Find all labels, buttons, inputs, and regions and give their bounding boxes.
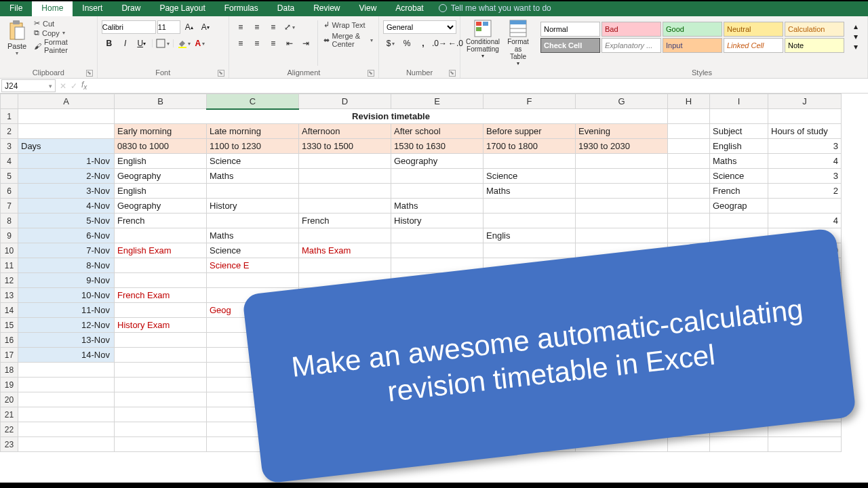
decrease-indent-button[interactable]: ⇤	[282, 37, 297, 50]
tab-formulas[interactable]: Formulas	[215, 0, 268, 16]
style-gallery[interactable]: NormalBadGoodNeutralCalculationCheck Cel…	[540, 22, 844, 53]
tab-view[interactable]: View	[350, 0, 387, 16]
col-header-C[interactable]: C	[207, 94, 299, 109]
name-box[interactable]: J24▾	[1, 79, 56, 92]
row-header-21[interactable]: 21	[1, 407, 18, 422]
row-header-7[interactable]: 7	[1, 199, 18, 214]
tell-me[interactable]: Tell me what you want to do	[439, 0, 551, 16]
row-header-10[interactable]: 10	[1, 243, 18, 258]
grow-font-button[interactable]: A▴	[182, 20, 197, 34]
fill-color-button[interactable]	[176, 37, 191, 50]
style-explanatory-[interactable]: Explanatory ...	[601, 38, 661, 53]
percent-button[interactable]: %	[399, 37, 414, 50]
tab-home[interactable]: Home	[32, 0, 73, 16]
align-center-button[interactable]: ≡	[250, 37, 264, 50]
tab-data[interactable]: Data	[268, 0, 304, 16]
tab-acrobat[interactable]: Acrobat	[386, 0, 433, 16]
cancel-formula-icon[interactable]: ✕	[60, 81, 66, 91]
shrink-font-button[interactable]: A▾	[198, 20, 213, 34]
format-painter-button[interactable]: 🖌Format Painter	[33, 38, 93, 54]
row-header-20[interactable]: 20	[1, 392, 18, 407]
style-linked-cell[interactable]: Linked Cell	[724, 38, 783, 53]
format-as-table-button[interactable]: Format as Table▾	[504, 18, 532, 68]
accounting-button[interactable]: $	[383, 37, 398, 50]
row-header-9[interactable]: 9	[1, 228, 18, 243]
comma-button[interactable]: ,	[416, 37, 431, 50]
wrap-text-button[interactable]: ↲Wrap Text	[322, 20, 374, 29]
increase-indent-button[interactable]: ⇥	[298, 37, 313, 50]
col-header-E[interactable]: E	[391, 94, 484, 109]
font-size-input[interactable]	[157, 20, 180, 34]
row-header-14[interactable]: 14	[1, 303, 18, 318]
align-top-button[interactable]: ≡	[233, 20, 248, 34]
paste-button[interactable]: Paste ▾	[4, 18, 30, 58]
col-header-F[interactable]: F	[484, 94, 576, 109]
row-header-19[interactable]: 19	[1, 378, 18, 392]
gallery-more-button[interactable]: ▾	[848, 42, 863, 52]
row-header-12[interactable]: 12	[1, 273, 18, 288]
style-calculation[interactable]: Calculation	[785, 22, 844, 37]
copy-button[interactable]: ⧉Copy▾	[33, 28, 93, 37]
row-header-17[interactable]: 17	[1, 348, 18, 363]
font-launcher[interactable]: ⬊	[218, 70, 224, 77]
row-header-8[interactable]: 8	[1, 214, 18, 228]
title-cell[interactable]: Revision timetable	[115, 109, 668, 124]
font-name-input[interactable]	[102, 20, 156, 34]
enter-formula-icon[interactable]: ✓	[71, 81, 77, 91]
font-color-button[interactable]: A	[193, 37, 208, 50]
formula-input[interactable]	[91, 79, 868, 93]
align-right-button[interactable]: ≡	[266, 37, 281, 50]
row-header-3[interactable]: 3	[1, 139, 18, 154]
col-header-B[interactable]: B	[115, 94, 207, 109]
row-header-18[interactable]: 18	[1, 363, 18, 378]
orientation-button[interactable]: ⤢	[282, 20, 297, 34]
bold-button[interactable]: B	[102, 37, 117, 50]
alignment-launcher[interactable]: ⬊	[368, 70, 374, 77]
style-note[interactable]: Note	[785, 38, 844, 53]
row-header-2[interactable]: 2	[1, 124, 18, 139]
row-header-6[interactable]: 6	[1, 184, 18, 199]
underline-button[interactable]: U▾	[134, 37, 149, 50]
row-header-5[interactable]: 5	[1, 169, 18, 184]
row-header-15[interactable]: 15	[1, 318, 18, 333]
conditional-formatting-button[interactable]: Conditional Formatting▾	[465, 18, 501, 60]
style-neutral[interactable]: Neutral	[724, 22, 783, 37]
col-header-A[interactable]: A	[18, 94, 115, 109]
align-left-button[interactable]: ≡	[233, 37, 248, 50]
style-bad[interactable]: Bad	[601, 22, 661, 37]
fx-icon[interactable]: fx	[81, 80, 87, 91]
tab-review[interactable]: Review	[304, 0, 349, 16]
italic-button[interactable]: I	[118, 37, 133, 50]
select-all-corner[interactable]	[1, 94, 18, 109]
increase-decimal-button[interactable]: .0→	[432, 37, 447, 50]
borders-button[interactable]	[155, 37, 170, 50]
row-header-13[interactable]: 13	[1, 288, 18, 303]
col-header-G[interactable]: G	[576, 94, 668, 109]
row-header-11[interactable]: 11	[1, 258, 18, 273]
col-header-J[interactable]: J	[768, 94, 842, 109]
style-input[interactable]: Input	[663, 38, 722, 53]
style-good[interactable]: Good	[663, 22, 722, 37]
tab-file[interactable]: File	[0, 0, 32, 16]
row-header-1[interactable]: 1	[1, 109, 18, 124]
style-normal[interactable]: Normal	[540, 22, 600, 37]
style-check-cell[interactable]: Check Cell	[540, 38, 600, 53]
cut-button[interactable]: ✂Cut	[33, 19, 93, 28]
merge-center-button[interactable]: ⬌Merge & Center	[322, 32, 374, 48]
clipboard-launcher[interactable]: ⬊	[86, 70, 93, 77]
row-header-4[interactable]: 4	[1, 154, 18, 169]
row-header-23[interactable]: 23	[1, 437, 18, 452]
align-middle-button[interactable]: ≡	[250, 20, 264, 34]
col-header-H[interactable]: H	[668, 94, 710, 109]
align-bottom-button[interactable]: ≡	[266, 20, 281, 34]
tab-insert[interactable]: Insert	[73, 0, 112, 16]
number-launcher[interactable]: ⬊	[449, 70, 456, 77]
row-header-16[interactable]: 16	[1, 333, 18, 348]
gallery-up-button[interactable]: ▴	[848, 22, 863, 31]
tab-page-layout[interactable]: Page Layout	[150, 0, 214, 16]
tab-draw[interactable]: Draw	[112, 0, 150, 16]
col-header-D[interactable]: D	[299, 94, 391, 109]
number-format-select[interactable]: General	[383, 20, 456, 34]
gallery-down-button[interactable]: ▾	[848, 32, 863, 41]
row-header-22[interactable]: 22	[1, 422, 18, 437]
